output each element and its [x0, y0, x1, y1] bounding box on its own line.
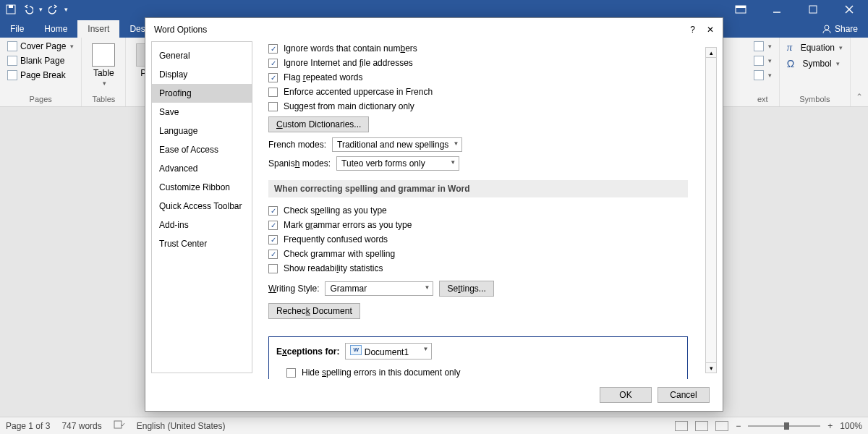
section-grammar-header: When correcting spelling and grammar in … — [268, 180, 688, 197]
check-grammar-spelling-label: Check grammar with spelling — [284, 249, 395, 259]
nav-proofing[interactable]: Proofing — [152, 84, 252, 103]
cover-page-button[interactable]: Cover Page▾ — [6, 41, 75, 52]
scroll-up-icon[interactable]: ▴ — [706, 48, 716, 58]
writing-style-select[interactable]: Grammar — [325, 281, 433, 296]
text-box-button[interactable]: ▾ — [752, 41, 773, 52]
spell-check-icon[interactable] — [114, 420, 125, 432]
symbols-group-label: Symbols — [799, 93, 830, 103]
ribbon-group-tables: Table▾ Tables — [82, 38, 126, 106]
tab-file[interactable]: File — [0, 20, 34, 38]
symbol-button[interactable]: Ω Symbol▾ — [786, 57, 841, 70]
table-button[interactable]: Table▾ — [88, 41, 119, 90]
nav-ease-of-access[interactable]: Ease of Access — [152, 140, 252, 159]
redo-icon[interactable] — [47, 3, 60, 16]
collapse-ribbon-icon[interactable]: ⌃ — [856, 92, 863, 102]
undo-dropdown-icon[interactable]: ▾ — [39, 6, 43, 13]
status-language[interactable]: English (United States) — [137, 421, 226, 431]
grammar-settings-button[interactable]: Settings... — [439, 281, 493, 297]
enforce-french-label: Enforce accented uppercase in French — [284, 87, 433, 97]
save-icon[interactable] — [4, 3, 17, 16]
quick-parts-icon — [754, 56, 764, 66]
nav-trust-center[interactable]: Trust Center — [152, 234, 252, 253]
french-modes-select[interactable]: Traditional and new spellings — [332, 137, 462, 152]
blank-page-button[interactable]: Blank Page — [6, 55, 66, 67]
cancel-button[interactable]: Cancel — [658, 387, 710, 403]
dialog-nav: General Display Proofing Save Language E… — [151, 41, 252, 373]
tab-insert[interactable]: Insert — [77, 20, 119, 38]
readability-checkbox[interactable] — [268, 264, 278, 273]
quick-parts-button[interactable]: ▾ — [752, 55, 773, 67]
ribbon-display-options-icon[interactable] — [726, 0, 755, 19]
nav-quick-access-toolbar[interactable]: Quick Access Toolbar — [152, 197, 252, 216]
status-bar: Page 1 of 3 747 words English (United St… — [0, 417, 868, 434]
undo-icon[interactable] — [22, 3, 35, 16]
print-layout-icon[interactable] — [695, 421, 708, 431]
window-maximize-icon[interactable] — [799, 0, 827, 19]
window-close-icon[interactable] — [835, 0, 864, 19]
zoom-level[interactable]: 100% — [840, 421, 862, 431]
ignore-numbers-label: Ignore words that contain numbers — [284, 43, 417, 54]
flag-repeated-checkbox[interactable]: ✓ — [268, 73, 278, 82]
custom-dictionaries-button[interactable]: Custom Dictionaries... — [268, 116, 369, 132]
table-label: Table — [93, 68, 114, 78]
svg-rect-9 — [114, 421, 122, 428]
symbol-icon: Ω — [787, 58, 794, 69]
nav-advanced[interactable]: Advanced — [152, 159, 252, 178]
mark-grammar-checkbox[interactable]: ✓ — [268, 221, 278, 230]
exceptions-section: Exceptions for: Document1 Hide spelling … — [268, 336, 688, 379]
scroll-down-icon[interactable]: ▾ — [706, 362, 716, 373]
zoom-slider[interactable] — [748, 425, 820, 427]
share-icon — [822, 24, 832, 34]
word-art-button[interactable]: ▾ — [752, 69, 773, 81]
hide-spelling-checkbox[interactable] — [286, 368, 296, 378]
hide-spelling-label: Hide spelling errors in this document on… — [302, 367, 460, 378]
equation-button[interactable]: π Equation▾ — [786, 41, 844, 54]
zoom-out-button[interactable]: − — [736, 421, 741, 431]
nav-customize-ribbon[interactable]: Customize Ribbon — [152, 178, 252, 197]
check-spelling-label: Check spelling as you type — [284, 205, 387, 216]
ignore-numbers-checkbox[interactable]: ✓ — [268, 44, 278, 54]
symbol-label: Symbol — [803, 59, 832, 69]
dialog-footer: OK Cancel — [145, 379, 723, 411]
ribbon-group-text: ▾ ▾ ▾ ext — [746, 38, 780, 106]
read-mode-icon[interactable] — [675, 421, 688, 431]
enforce-french-checkbox[interactable] — [268, 88, 278, 97]
ignore-urls-checkbox[interactable]: ✓ — [268, 59, 278, 68]
tab-home[interactable]: Home — [34, 20, 77, 38]
check-grammar-spelling-checkbox[interactable]: ✓ — [268, 250, 278, 259]
svg-rect-1 — [9, 5, 13, 8]
dialog-scrollbar[interactable]: ▴▾ — [705, 47, 717, 373]
spanish-modes-select[interactable]: Tuteo verb forms only — [336, 156, 459, 171]
status-page[interactable]: Page 1 of 3 — [6, 421, 50, 431]
exceptions-label: Exceptions for: — [276, 346, 339, 357]
page-break-button[interactable]: Page Break — [6, 69, 67, 81]
tables-group-label: Tables — [92, 93, 115, 103]
qat-customize-icon[interactable]: ▾ — [64, 6, 68, 13]
nav-add-ins[interactable]: Add-ins — [152, 216, 252, 234]
window-minimize-icon[interactable] — [762, 0, 791, 19]
web-layout-icon[interactable] — [715, 421, 728, 431]
zoom-in-button[interactable]: + — [827, 421, 833, 431]
word-art-icon — [754, 70, 764, 80]
recheck-document-button[interactable]: Recheck Document — [268, 303, 360, 319]
word-options-dialog: Word Options ? ✕ General Display Proofin… — [145, 17, 723, 412]
pages-group-label: Pages — [30, 93, 52, 103]
exceptions-document-select[interactable]: Document1 — [345, 343, 432, 359]
dialog-help-icon[interactable]: ? — [690, 25, 695, 35]
confused-words-checkbox[interactable]: ✓ — [268, 235, 278, 244]
main-dict-only-checkbox[interactable] — [268, 102, 278, 111]
status-word-count[interactable]: 747 words — [61, 421, 101, 431]
nav-language[interactable]: Language — [152, 122, 252, 140]
check-spelling-checkbox[interactable]: ✓ — [268, 206, 278, 216]
dialog-close-icon[interactable]: ✕ — [707, 25, 714, 35]
nav-display[interactable]: Display — [152, 65, 252, 84]
ok-button[interactable]: OK — [600, 387, 652, 403]
text-box-icon — [754, 41, 764, 51]
main-dict-only-label: Suggest from main dictionary only — [284, 101, 414, 111]
share-button[interactable]: Share — [812, 20, 868, 38]
french-modes-label: French modes: — [268, 140, 326, 150]
svg-point-8 — [825, 25, 829, 30]
nav-general[interactable]: General — [152, 46, 252, 65]
nav-save[interactable]: Save — [152, 103, 252, 122]
ribbon-group-symbols: π Equation▾ Ω Symbol▾ Symbols — [780, 38, 851, 106]
